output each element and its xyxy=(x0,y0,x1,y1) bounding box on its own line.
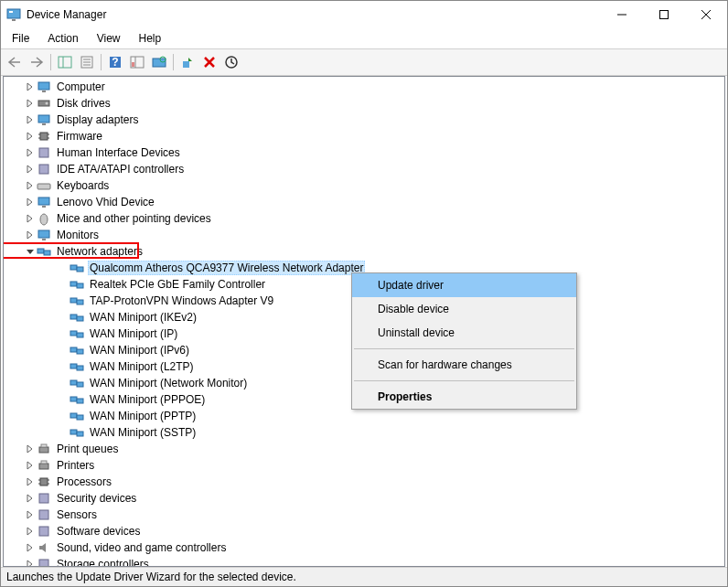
tree-category[interactable]: Network adapters xyxy=(4,243,724,260)
tree-label: WAN Miniport (PPPOE) xyxy=(88,393,207,406)
tree-label: WAN Miniport (IKEv2) xyxy=(88,311,198,324)
close-button[interactable] xyxy=(685,1,727,28)
tree-category[interactable]: Print queues xyxy=(4,441,724,457)
tree-category[interactable]: Software devices xyxy=(4,523,724,539)
disable-button[interactable] xyxy=(221,52,241,72)
ctx-disable-device[interactable]: Disable device xyxy=(352,297,576,321)
tree-item[interactable]: WAN Miniport (SSTP) xyxy=(4,424,724,441)
chevron-right-icon[interactable] xyxy=(26,132,35,141)
back-button[interactable] xyxy=(5,52,25,72)
tree-label: Print queues xyxy=(55,443,120,455)
chevron-right-icon[interactable] xyxy=(26,82,35,91)
svg-rect-18 xyxy=(12,19,16,21)
device-icon xyxy=(37,145,51,160)
chevron-right-icon[interactable] xyxy=(26,560,35,566)
menu-file[interactable]: File xyxy=(5,30,37,47)
device-icon xyxy=(37,162,51,176)
tree-label: Software devices xyxy=(55,525,142,538)
ctx-scan-hardware[interactable]: Scan for hardware changes xyxy=(352,353,576,377)
tree-label: Qualcomm Atheros QCA9377 Wireless Networ… xyxy=(88,261,365,275)
tree-label: Firmware xyxy=(55,130,104,143)
tree-label: WAN Miniport (IP) xyxy=(88,327,179,340)
app-icon xyxy=(6,7,21,22)
tree-category[interactable]: Sensors xyxy=(4,507,724,523)
tree-category[interactable]: Mice and other pointing devices xyxy=(4,210,724,227)
device-icon xyxy=(70,277,84,292)
chevron-right-icon[interactable] xyxy=(26,461,35,470)
chevron-right-icon[interactable] xyxy=(26,99,35,108)
svg-rect-17 xyxy=(9,11,13,13)
tree-category[interactable]: Processors xyxy=(4,474,724,490)
device-icon xyxy=(70,310,84,325)
scan-button[interactable] xyxy=(149,52,169,72)
chevron-right-icon[interactable] xyxy=(26,543,35,552)
tree-category[interactable]: Computer xyxy=(4,79,724,95)
tree-category[interactable]: Printers xyxy=(4,457,724,474)
tree-label: WAN Miniport (L2TP) xyxy=(88,360,196,373)
tree-item[interactable]: WAN Miniport (PPTP) xyxy=(4,408,724,424)
device-icon xyxy=(70,326,84,341)
tree-category[interactable]: Human Interface Devices xyxy=(4,144,724,161)
chevron-right-icon[interactable] xyxy=(26,230,35,240)
device-icon xyxy=(37,557,51,566)
chevron-right-icon[interactable] xyxy=(26,527,35,536)
device-icon xyxy=(70,261,84,275)
device-icon xyxy=(37,211,51,226)
minimize-button[interactable] xyxy=(601,1,643,28)
tree-category[interactable]: Sound, video and game controllers xyxy=(4,539,724,556)
status-bar: Launches the Update Driver Wizard for th… xyxy=(1,567,727,586)
device-icon xyxy=(37,112,51,127)
toolbar: ? xyxy=(1,48,727,76)
tree-category[interactable]: Disk drives xyxy=(4,95,724,112)
update-driver-button[interactable] xyxy=(177,52,198,72)
svg-text:?: ? xyxy=(112,56,118,69)
ctx-update-driver[interactable]: Update driver xyxy=(352,273,576,297)
tree-category[interactable]: Firmware xyxy=(4,128,724,144)
properties-button[interactable] xyxy=(77,52,97,72)
device-icon xyxy=(70,392,84,407)
tree-label: Display adapters xyxy=(55,113,140,126)
show-hide-tree-button[interactable] xyxy=(55,52,75,72)
chevron-down-icon[interactable] xyxy=(26,247,35,256)
tree-category[interactable]: Keyboards xyxy=(4,177,724,194)
chevron-right-icon[interactable] xyxy=(26,197,35,207)
context-menu: Update driver Disable device Uninstall d… xyxy=(351,272,577,410)
chevron-right-icon[interactable] xyxy=(26,165,35,174)
tree-category[interactable]: Security devices xyxy=(4,490,724,507)
uninstall-button[interactable] xyxy=(199,52,219,72)
tree-label: Printers xyxy=(55,459,96,472)
tree-category[interactable]: IDE ATA/ATAPI controllers xyxy=(4,161,724,177)
forward-button[interactable] xyxy=(27,52,47,72)
device-icon xyxy=(70,359,84,374)
help-button[interactable]: ? xyxy=(105,52,125,72)
tree-category[interactable]: Lenovo Vhid Device xyxy=(4,194,724,210)
tree-category[interactable]: Display adapters xyxy=(4,112,724,128)
chevron-right-icon[interactable] xyxy=(26,510,35,519)
maximize-button[interactable] xyxy=(643,1,685,28)
tree-label: WAN Miniport (SSTP) xyxy=(88,426,198,439)
chevron-right-icon[interactable] xyxy=(26,494,35,503)
device-icon xyxy=(37,442,51,456)
device-icon xyxy=(70,294,84,308)
chevron-right-icon[interactable] xyxy=(26,181,35,190)
menu-help[interactable]: Help xyxy=(132,30,169,47)
chevron-right-icon[interactable] xyxy=(26,214,35,223)
device-icon xyxy=(37,524,51,539)
device-icon xyxy=(37,129,51,144)
chevron-right-icon[interactable] xyxy=(26,477,35,486)
tree-category[interactable]: Storage controllers xyxy=(4,556,724,566)
status-text: Launches the Update Driver Wizard for th… xyxy=(6,571,296,583)
menu-action[interactable]: Action xyxy=(40,30,85,47)
svg-rect-23 xyxy=(59,57,71,68)
chevron-right-icon[interactable] xyxy=(26,444,35,454)
chevron-right-icon[interactable] xyxy=(26,148,35,157)
tree-category[interactable]: Monitors xyxy=(4,227,724,243)
action-button[interactable] xyxy=(127,52,147,72)
ctx-properties[interactable]: Properties xyxy=(352,385,576,409)
device-icon xyxy=(70,425,84,440)
menu-view[interactable]: View xyxy=(90,30,128,47)
device-icon xyxy=(37,475,51,489)
ctx-uninstall-device[interactable]: Uninstall device xyxy=(352,321,576,345)
title-bar: Device Manager xyxy=(1,1,727,28)
chevron-right-icon[interactable] xyxy=(26,115,35,124)
